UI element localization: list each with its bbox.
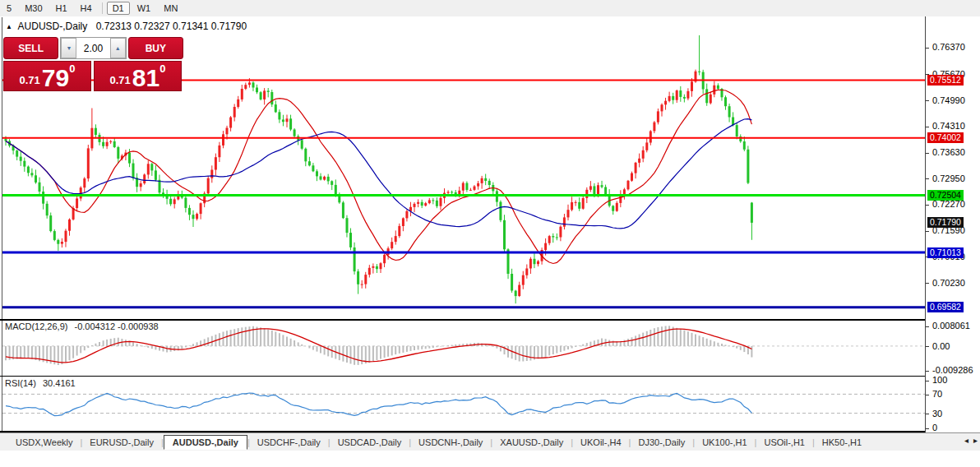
panel-separator bbox=[0, 431, 980, 432]
sell-price-pipette: 0 bbox=[69, 62, 75, 75]
price-tick: 0.76370 bbox=[932, 42, 965, 52]
sell-button[interactable]: SELL bbox=[3, 37, 58, 59]
tab-scroll-right-icon[interactable]: ▸ bbox=[973, 436, 978, 445]
symbol-tab-eurusd[interactable]: EURUSD-,Daily bbox=[82, 436, 161, 449]
volume-spinner[interactable]: ▼ 2.00 ▲ bbox=[60, 37, 126, 59]
symbol-tab-usdcad[interactable]: USDCAD-,Daily bbox=[331, 436, 409, 449]
price-level-badge: 0.71790 bbox=[927, 217, 964, 228]
tick-mark bbox=[926, 371, 929, 372]
chart-pane[interactable]: ▲ AUDUSD-,Daily 0.72313 0.72327 0.71341 … bbox=[0, 16, 980, 451]
collapse-arrow-icon: ▲ bbox=[6, 23, 12, 30]
chart-title: ▲ AUDUSD-,Daily 0.72313 0.72327 0.71341 … bbox=[6, 21, 247, 32]
tick-mark bbox=[926, 127, 929, 127]
macd-name: MACD(12,26,9) bbox=[5, 321, 67, 331]
symbol-tab-dj30[interactable]: DJ30-,Daily bbox=[631, 436, 692, 449]
rsi-canvas[interactable] bbox=[2, 377, 925, 431]
price-level-badge: 0.72504 bbox=[927, 190, 964, 201]
tick-mark bbox=[926, 326, 929, 327]
price-tick: 0.73630 bbox=[932, 147, 965, 157]
one-click-trade-widget: SELL ▼ 2.00 ▲ BUY 0.71 79 0 0.71 81 0 bbox=[3, 37, 183, 91]
tick-mark bbox=[926, 153, 929, 154]
price-level-badge: 0.71013 bbox=[927, 247, 964, 258]
symbol-tab-audusd[interactable]: AUDUSD-,Daily bbox=[164, 435, 247, 450]
price-tick: 0.72950 bbox=[932, 173, 965, 183]
panel-separator[interactable] bbox=[0, 319, 980, 321]
timeframe-button-5[interactable]: 5 bbox=[1, 2, 17, 15]
sell-price-big: 79 bbox=[42, 67, 69, 89]
tick-mark bbox=[926, 48, 929, 49]
tab-scroll-left-icon[interactable]: ◂ bbox=[964, 436, 968, 445]
tick-mark bbox=[926, 346, 929, 347]
chart-symbol-label: AUDUSD-,Daily bbox=[18, 21, 88, 32]
tick-mark bbox=[926, 381, 929, 381]
sell-price-panel[interactable]: 0.71 79 0 bbox=[3, 61, 91, 91]
buy-price-big: 81 bbox=[132, 67, 159, 89]
chart-ohlc-values: 0.72313 0.72327 0.71341 0.71790 bbox=[96, 21, 247, 32]
symbol-tab-bar: USDX,Weekly|EURUSD-,Daily|AUDUSD-,Daily|… bbox=[0, 432, 980, 451]
timeframe-button-h4[interactable]: H4 bbox=[75, 2, 98, 15]
buy-price-prefix: 0.71 bbox=[110, 74, 131, 86]
rsi-value: 30.4161 bbox=[43, 378, 76, 388]
tick-mark bbox=[926, 414, 929, 414]
tick-mark bbox=[926, 178, 929, 179]
rsi-name: RSI(14) bbox=[5, 378, 36, 388]
price-level-badge: 0.69582 bbox=[927, 302, 964, 312]
volume-value[interactable]: 2.00 bbox=[76, 38, 109, 58]
buy-price-panel[interactable]: 0.71 81 0 bbox=[94, 61, 182, 91]
sell-price-prefix: 0.71 bbox=[20, 74, 40, 86]
price-level-badge: 0.74002 bbox=[927, 132, 964, 143]
timeframe-button-m30[interactable]: M30 bbox=[19, 2, 48, 15]
timeframe-toolbar: 5M30H1H4D1W1MN bbox=[0, 0, 980, 17]
tick-mark bbox=[926, 205, 929, 206]
buy-price-pipette: 0 bbox=[159, 62, 165, 75]
rsi-scale-70: 70 bbox=[932, 389, 942, 399]
timeframe-button-w1[interactable]: W1 bbox=[132, 2, 157, 15]
macd-scale-max: 0.008061 bbox=[932, 321, 970, 331]
symbol-tab-hk50[interactable]: HK50-,H1 bbox=[815, 436, 869, 449]
tick-mark bbox=[926, 395, 929, 395]
symbol-tab-uk100[interactable]: UK100-,H1 bbox=[695, 436, 754, 449]
price-tick: 0.72270 bbox=[932, 199, 965, 209]
price-tick: 0.70230 bbox=[932, 278, 965, 288]
timeframe-button-mn[interactable]: MN bbox=[158, 2, 183, 15]
rsi-scale-100: 100 bbox=[932, 375, 947, 385]
panel-separator[interactable] bbox=[0, 376, 980, 377]
price-level-badge: 0.75512 bbox=[927, 75, 964, 86]
symbol-tab-usdx[interactable]: USDX,Weekly bbox=[8, 436, 80, 449]
symbol-tab-usdcnh[interactable]: USDCNH-,Daily bbox=[411, 436, 490, 449]
tick-mark bbox=[926, 231, 929, 232]
timeframe-button-d1[interactable]: D1 bbox=[107, 2, 130, 15]
rsi-scale-0: 0 bbox=[932, 423, 937, 432]
rsi-scale-30: 30 bbox=[932, 409, 942, 418]
volume-increase-icon[interactable]: ▲ bbox=[110, 38, 126, 58]
macd-scale-min: -0.009286 bbox=[932, 365, 973, 375]
macd-scale-mid: 0.00 bbox=[932, 341, 950, 351]
symbol-tab-usdchf[interactable]: USDCHF-,Daily bbox=[250, 436, 328, 449]
macd-label: MACD(12,26,9) -0.004312 -0.000938 bbox=[5, 321, 159, 331]
price-tick: 0.74990 bbox=[932, 95, 965, 105]
macd-values: -0.004312 -0.000938 bbox=[74, 321, 158, 331]
price-tick: 0.74310 bbox=[932, 121, 965, 131]
tick-mark bbox=[926, 428, 929, 429]
price-axis[interactable]: 0.763700.756700.749900.743100.736300.729… bbox=[926, 16, 980, 432]
timeframe-button-h1[interactable]: H1 bbox=[50, 2, 73, 15]
symbol-tab-usoil[interactable]: USOil-,H1 bbox=[756, 436, 812, 449]
tick-mark bbox=[926, 100, 929, 101]
symbol-tab-ukoil[interactable]: UKOil-,H4 bbox=[573, 436, 629, 449]
toolbar-separator bbox=[102, 2, 103, 14]
rsi-label: RSI(14) 30.4161 bbox=[5, 378, 76, 388]
volume-decrease-icon[interactable]: ▼ bbox=[61, 38, 76, 58]
buy-button[interactable]: BUY bbox=[128, 37, 183, 59]
tick-mark bbox=[926, 283, 929, 284]
symbol-tab-xauusd[interactable]: XAUUSD-,Daily bbox=[492, 436, 571, 449]
